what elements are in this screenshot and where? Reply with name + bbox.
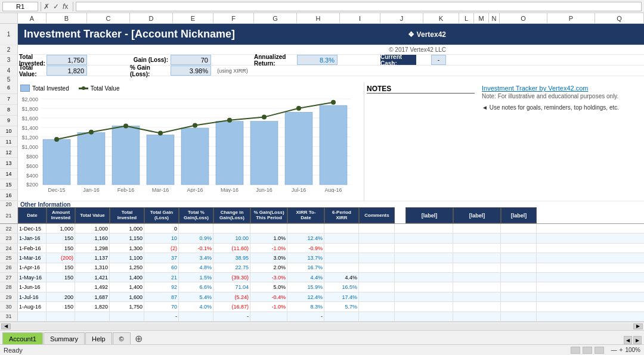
notes-area: NOTES: [364, 82, 477, 201]
col-header-l[interactable]: L: [459, 13, 474, 23]
svg-text:Jul-16: Jul-16: [292, 187, 306, 192]
data-row-28: 28 1-Jun-16 1,492 1,400 92 6.6% 71.04 5.…: [0, 282, 644, 292]
th-change-gain: Change inGain(Loss): [213, 207, 250, 223]
svg-point-37: [331, 100, 336, 105]
svg-rect-21: [78, 133, 105, 185]
chart-row: 6 7 8 9 10 11 12 13 14 15 16: [0, 82, 644, 201]
svg-text:$1,600: $1,600: [21, 116, 38, 122]
spreadsheet-title: Investment Tracker - [Account Nickname]: [18, 24, 297, 45]
svg-text:$600: $600: [26, 163, 38, 169]
th-amount: AmountInvested: [47, 207, 75, 223]
svg-text:$1,000: $1,000: [21, 144, 38, 150]
col-header-k[interactable]: K: [423, 13, 459, 23]
svg-point-30: [89, 130, 94, 135]
th-xirr6: 6-PeriodXIRR: [324, 207, 359, 223]
copyright: © 2017 Vertex42 LLC: [308, 45, 451, 54]
chart-area: Total Invested Total Value $2,000: [18, 82, 364, 201]
th-pct-this: % Gain(Loss)This Period: [250, 207, 287, 223]
sheet-scroll-right[interactable]: ▶: [633, 336, 642, 344]
scroll-left[interactable]: ◀: [1, 323, 11, 329]
pct-gain-loss-label: % Gain (Loss):: [130, 66, 171, 76]
col-header-f[interactable]: F: [213, 13, 254, 23]
tab-account1[interactable]: Account1: [2, 332, 43, 344]
th-total-invested: TotalInvested: [110, 207, 144, 223]
col-header-j[interactable]: J: [380, 13, 423, 23]
col-header-p[interactable]: P: [547, 13, 595, 23]
current-cash-label: Current Cash:: [380, 55, 416, 65]
total-invested-value: 1,750: [47, 55, 87, 65]
svg-text:$2,000: $2,000: [21, 96, 38, 102]
cancel-icon: ✗: [44, 2, 49, 11]
th-comments: Comments: [359, 207, 395, 223]
svg-point-34: [227, 118, 232, 123]
col-header-h[interactable]: H: [297, 13, 340, 23]
svg-text:$400: $400: [26, 173, 38, 179]
svg-point-29: [54, 137, 59, 142]
svg-text:$200: $200: [26, 182, 38, 188]
scroll-area[interactable]: ◀ ▶: [0, 322, 644, 330]
col-header-e[interactable]: E: [173, 13, 213, 23]
total-invested-label: Total Invested:: [18, 55, 47, 65]
total-value-value: 1,820: [47, 66, 87, 76]
gain-loss-value: 70: [171, 55, 211, 65]
view-layout[interactable]: [583, 347, 592, 354]
col-header-i[interactable]: I: [340, 13, 380, 23]
col-header-o[interactable]: O: [500, 13, 547, 23]
svg-text:$1,200: $1,200: [21, 135, 38, 141]
svg-point-36: [296, 106, 301, 111]
scroll-right[interactable]: ▶: [633, 323, 643, 329]
svg-rect-23: [147, 135, 174, 185]
svg-text:May-16: May-16: [221, 187, 239, 192]
vertex42-link[interactable]: Investment Tracker by Vertex42.com: [482, 85, 639, 92]
row-num-3: 3: [0, 55, 18, 65]
cell-reference[interactable]: [2, 2, 38, 11]
formula-input[interactable]: [76, 2, 642, 11]
data-row-31: 31 - - -: [0, 312, 644, 322]
th-other-2: [label]: [453, 207, 501, 223]
col-header-m[interactable]: M: [474, 13, 489, 23]
row-num-5: 5: [0, 76, 18, 82]
row-num-2: 2: [0, 45, 18, 54]
right-panel: Investment Tracker by Vertex42.com Note:…: [477, 82, 644, 201]
function-icon: fx: [63, 2, 68, 11]
arrow-note: ◄ Use notes for goals, reminders, top ho…: [482, 104, 639, 111]
th-total-value: Total Value: [75, 207, 110, 223]
tab-help[interactable]: Help: [85, 332, 112, 344]
col-header-b[interactable]: B: [47, 13, 87, 23]
col-header-d[interactable]: D: [130, 13, 173, 23]
sheet-scroll-left[interactable]: ◀: [624, 336, 632, 344]
svg-text:Mar-16: Mar-16: [152, 187, 169, 192]
svg-rect-25: [216, 122, 243, 185]
column-headers: A B C D E F G H I J K L M N: [0, 13, 644, 24]
svg-rect-27: [285, 112, 312, 185]
tab-add-button[interactable]: ⊕: [132, 332, 145, 344]
view-normal[interactable]: [571, 347, 580, 354]
svg-text:$800: $800: [26, 154, 38, 160]
note-text: Note: For illustrative and educational p…: [482, 93, 639, 99]
col-header-c[interactable]: C: [87, 13, 130, 23]
svg-text:Dec-15: Dec-15: [48, 187, 65, 192]
svg-text:Feb-16: Feb-16: [117, 187, 135, 192]
th-total-gain: Total Gain(Loss): [144, 207, 179, 223]
tab-copyright[interactable]: ©: [113, 332, 131, 344]
svg-rect-24: [181, 128, 209, 185]
data-row-26: 26 1-Apr-16 150 1,310 1,250 60 4.8% 22.7…: [0, 263, 644, 273]
status-bar: Ready — + 100%: [0, 344, 644, 355]
svg-point-31: [123, 123, 128, 128]
th-xirr: XIRR To-Date: [287, 207, 324, 223]
row-num-1: 1: [0, 24, 18, 45]
view-pagebreak[interactable]: [595, 347, 604, 354]
svg-point-33: [193, 123, 197, 127]
col-header-q[interactable]: Q: [595, 13, 644, 23]
pct-gain-loss-value: 3.98%: [171, 66, 211, 76]
investment-chart: $2,000 $1,800 $1,600 $1,400 $1,200 $1,00…: [20, 94, 354, 192]
col-header-n[interactable]: N: [489, 13, 500, 23]
annualized-return-label: Annualized Return:: [254, 55, 297, 65]
col-header-a[interactable]: A: [18, 13, 47, 23]
data-rows: 22 1-Dec-15 1,000 1,000 1,000 0: [0, 224, 644, 322]
data-row-30: 30 1-Aug-16 150 1,820 1,750 70 4.0% (16.…: [0, 302, 644, 312]
tab-summary[interactable]: Summary: [44, 332, 85, 344]
gain-loss-label: Gain (Loss):: [130, 55, 171, 65]
logo-area: ❖ Vertex42: [308, 24, 451, 45]
col-header-g[interactable]: G: [254, 13, 297, 23]
